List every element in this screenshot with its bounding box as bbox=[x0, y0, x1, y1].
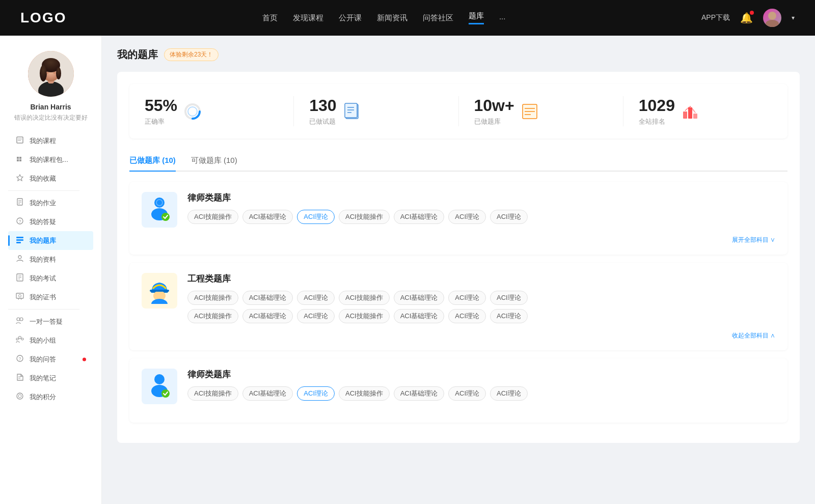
qbank-tags-1-row1: ACI技能操作 ACI基础理论 ACI理论 ACI技能操作 ACI基础理论 AC… bbox=[187, 291, 775, 305]
sidebar-item-tutoring[interactable]: 一对一答疑 bbox=[8, 312, 93, 331]
tag-2-6[interactable]: ACI理论 bbox=[490, 386, 528, 401]
tag-1-4[interactable]: ACI基础理论 bbox=[394, 291, 445, 305]
tag-0-3[interactable]: ACI技能操作 bbox=[339, 210, 390, 224]
qbank-section-0: 律师类题库 ACI技能操作 ACI基础理论 ACI理论 ACI技能操作 ACI基… bbox=[129, 182, 787, 255]
sidebar-item-my-qa[interactable]: ? 我的问答 bbox=[8, 350, 93, 369]
nav-qbank[interactable]: 题库 bbox=[469, 11, 484, 24]
tag-1-12[interactable]: ACI理论 bbox=[448, 309, 486, 323]
sidebar-item-qbank[interactable]: 我的题库 bbox=[8, 231, 93, 250]
notification-bell[interactable]: 🔔 bbox=[740, 12, 753, 24]
sidebar-user-name: Brian Harris bbox=[30, 103, 71, 111]
tag-2-3[interactable]: ACI技能操作 bbox=[339, 386, 390, 401]
my-qa-icon: ? bbox=[15, 354, 24, 364]
sidebar-item-homework[interactable]: 我的作业 bbox=[8, 193, 93, 212]
course-icon bbox=[15, 136, 24, 146]
qa-notification-badge bbox=[83, 357, 86, 361]
svg-rect-27 bbox=[16, 242, 21, 243]
tab-done-banks[interactable]: 已做题库 (10) bbox=[129, 151, 176, 171]
tag-2-5[interactable]: ACI理论 bbox=[448, 386, 486, 401]
sidebar-item-course-package[interactable]: 我的课程包... bbox=[8, 150, 93, 169]
sidebar-item-profile[interactable]: 我的资料 bbox=[8, 250, 93, 269]
tag-1-7[interactable]: ACI技能操作 bbox=[187, 309, 238, 323]
svg-rect-11 bbox=[17, 137, 23, 143]
main-layout: Brian Harris 错误的决定比没有决定要好 我的课程 我的课程包... … bbox=[0, 36, 815, 504]
stat-accuracy-texts: 55% 正确率 bbox=[145, 96, 177, 126]
tag-0-5[interactable]: ACI理论 bbox=[448, 210, 486, 224]
sidebar-label-my-qa: 我的问答 bbox=[30, 355, 56, 364]
stat-sr-value: 1029 bbox=[639, 96, 675, 115]
tag-1-3[interactable]: ACI技能操作 bbox=[339, 291, 390, 305]
svg-rect-56 bbox=[345, 103, 357, 118]
sidebar-label-qbank: 我的题库 bbox=[30, 236, 56, 245]
tag-2-1[interactable]: ACI基础理论 bbox=[242, 386, 293, 401]
sidebar-item-certificate[interactable]: 我的证书 bbox=[8, 288, 93, 306]
tag-0-6[interactable]: ACI理论 bbox=[490, 210, 528, 224]
nav-news[interactable]: 新闻资讯 bbox=[377, 13, 408, 23]
tag-2-2[interactable]: ACI理论 bbox=[297, 386, 335, 401]
sidebar-avatar-wrap bbox=[28, 51, 74, 97]
qbank-body-1: 工程类题库 ACI技能操作 ACI基础理论 ACI理论 ACI技能操作 ACI基… bbox=[187, 273, 775, 323]
user-menu-chevron[interactable]: ▾ bbox=[792, 14, 795, 21]
sidebar-item-points[interactable]: 我的积分 bbox=[8, 387, 93, 406]
qbank-tags-0: ACI技能操作 ACI基础理论 ACI理论 ACI技能操作 ACI基础理论 AC… bbox=[187, 210, 775, 224]
stat-bd-value: 10w+ bbox=[474, 96, 514, 115]
sidebar-item-my-course[interactable]: 我的课程 bbox=[8, 131, 93, 150]
tag-2-0[interactable]: ACI技能操作 bbox=[187, 386, 238, 401]
nav-links: 首页 发现课程 公开课 新闻资讯 问答社区 题库 ··· bbox=[262, 11, 506, 24]
tab-available-banks[interactable]: 可做题库 (10) bbox=[191, 151, 237, 171]
nav-more[interactable]: ··· bbox=[499, 14, 506, 22]
qbank-header-1: 工程类题库 ACI技能操作 ACI基础理论 ACI理论 ACI技能操作 ACI基… bbox=[142, 273, 775, 323]
tag-1-2[interactable]: ACI理论 bbox=[297, 291, 335, 305]
tag-0-1[interactable]: ACI基础理论 bbox=[242, 210, 293, 224]
tag-0-2[interactable]: ACI理论 bbox=[297, 210, 335, 224]
svg-rect-68 bbox=[693, 114, 697, 119]
svg-point-71 bbox=[157, 200, 162, 205]
tag-1-6[interactable]: ACI理论 bbox=[490, 291, 528, 305]
qbank-icon-engineer bbox=[142, 273, 177, 309]
nav-opencourse[interactable]: 公开课 bbox=[339, 13, 362, 23]
tag-1-13[interactable]: ACI理论 bbox=[490, 309, 528, 323]
nav-qa[interactable]: 问答社区 bbox=[423, 13, 453, 23]
tag-1-9[interactable]: ACI理论 bbox=[297, 309, 335, 323]
tag-2-4[interactable]: ACI基础理论 bbox=[394, 386, 445, 401]
svg-point-80 bbox=[157, 377, 162, 382]
main-content: 我的题库 体验剩余23天！ 55% 正确率 bbox=[102, 36, 815, 504]
qbank-header-2: 律师类题库 ACI技能操作 ACI基础理论 ACI理论 ACI技能操作 ACI基… bbox=[142, 369, 775, 404]
divider-2 bbox=[8, 309, 79, 310]
sidebar-item-group[interactable]: 我的小组 bbox=[8, 331, 93, 350]
qbank-expand-1[interactable]: 收起全部科目 ∧ bbox=[142, 331, 775, 340]
app-download-button[interactable]: APP下载 bbox=[701, 13, 730, 22]
stat-accuracy: 55% 正确率 bbox=[129, 96, 294, 126]
stat-qd-value: 130 bbox=[309, 96, 336, 115]
stat-bd-label: 已做题库 bbox=[474, 117, 514, 126]
sidebar-label-exam: 我的考试 bbox=[30, 274, 56, 283]
sidebar-item-favorites[interactable]: 我的收藏 bbox=[8, 169, 93, 188]
package-icon bbox=[15, 155, 24, 164]
qbank-title-2: 律师类题库 bbox=[187, 369, 775, 380]
page-title: 我的题库 bbox=[117, 48, 158, 62]
tag-1-10[interactable]: ACI技能操作 bbox=[339, 309, 390, 323]
certificate-icon bbox=[15, 292, 24, 302]
user-avatar[interactable] bbox=[763, 9, 781, 27]
tag-0-0[interactable]: ACI技能操作 bbox=[187, 210, 238, 224]
tag-1-0[interactable]: ACI技能操作 bbox=[187, 291, 238, 305]
qbank-expand-0[interactable]: 展开全部科目 ∨ bbox=[142, 236, 775, 244]
sidebar-label-certificate: 我的证书 bbox=[30, 293, 56, 302]
sidebar-item-exam[interactable]: 我的考试 bbox=[8, 269, 93, 288]
tag-1-8[interactable]: ACI基础理论 bbox=[242, 309, 293, 323]
qbank-title-0: 律师类题库 bbox=[187, 192, 775, 204]
tag-1-1[interactable]: ACI基础理论 bbox=[242, 291, 293, 305]
tag-1-11[interactable]: ACI基础理论 bbox=[394, 309, 445, 323]
stat-site-rank: 1029 全站排名 bbox=[623, 96, 787, 126]
svg-rect-33 bbox=[16, 293, 23, 298]
avatar-image bbox=[763, 9, 781, 27]
nav-home[interactable]: 首页 bbox=[262, 13, 278, 23]
tag-1-5[interactable]: ACI理论 bbox=[448, 291, 486, 305]
homework-icon bbox=[15, 198, 24, 208]
sidebar-item-notes[interactable]: 我的笔记 bbox=[8, 369, 93, 387]
svg-point-39 bbox=[19, 337, 21, 339]
sidebar-item-qa[interactable]: ? 我的答疑 bbox=[8, 212, 93, 231]
nav-discover[interactable]: 发现课程 bbox=[293, 13, 323, 23]
tag-0-4[interactable]: ACI基础理论 bbox=[394, 210, 445, 224]
sidebar-label-qa: 我的答疑 bbox=[30, 217, 56, 227]
